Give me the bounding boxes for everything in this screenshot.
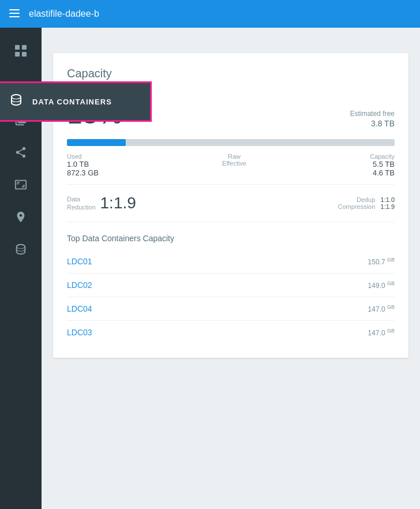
raw-label: Raw: [228, 153, 241, 160]
reduction-row: DataReduction 1:1.9 Dedup 1:1.0 Compress…: [67, 194, 395, 222]
stats-row: Used 1.0 TB 872.3 GB Raw Effective Capac…: [67, 153, 395, 185]
container-size-2: 149.0 GB: [368, 280, 395, 290]
sidebar-item-grid[interactable]: [0, 35, 42, 67]
capacity-tb: 5.5 TB: [370, 160, 395, 169]
compression-value: 1:1.9: [381, 203, 395, 210]
sidebar-item-share[interactable]: [0, 136, 42, 169]
reduction-right: Dedup 1:1.0 Compression 1:1.9: [338, 196, 395, 210]
progress-bar-fill: [67, 139, 126, 146]
sidebar: DATA CONTAINERS: [0, 28, 42, 509]
dedup-row: Dedup 1:1.0: [338, 196, 395, 203]
reduction-label: DataReduction: [67, 195, 96, 212]
sidebar-item-location[interactable]: [0, 201, 42, 233]
svg-rect-2: [9, 16, 20, 17]
used-stats-label: Used: [67, 153, 99, 160]
container-size-4: 147.0 GB: [368, 328, 395, 337]
stats-middle: Raw Effective: [222, 153, 246, 177]
svg-rect-3: [15, 45, 20, 50]
sidebar-item-resize[interactable]: [0, 169, 42, 201]
container-name-3[interactable]: LDC04: [67, 304, 92, 313]
svg-rect-5: [15, 52, 20, 57]
capacity-eff: 4.6 TB: [370, 169, 395, 177]
list-item[interactable]: LDC01 150.7 GB: [67, 250, 395, 274]
sidebar-item-data-containers[interactable]: DATA CONTAINERS: [0, 83, 150, 120]
spacer: [53, 39, 408, 44]
svg-rect-4: [22, 45, 27, 50]
svg-rect-0: [9, 9, 20, 10]
data-containers-label: DATA CONTAINERS: [32, 98, 112, 106]
dedup-value: 1:1.0: [381, 196, 395, 203]
main-layout: DATA CONTAINERS: [0, 28, 420, 509]
container-size-1: 150.7 GB: [368, 257, 395, 266]
stats-capacity: Capacity 5.5 TB 4.6 TB: [370, 153, 395, 177]
used-gb: 872.3 GB: [67, 169, 99, 177]
svg-rect-6: [22, 52, 27, 57]
dedup-label: Dedup: [357, 196, 375, 203]
compression-row: Compression 1:1.9: [338, 203, 395, 210]
menu-icon[interactable]: [9, 8, 20, 20]
effective-label: Effective: [222, 160, 246, 167]
capacity-stats-label: Capacity: [370, 153, 395, 160]
estimated-free-label: Estimated free: [350, 109, 395, 119]
containers-list: LDC01 150.7 GB LDC02 149.0 GB LDC04 147.…: [67, 250, 395, 344]
topbar: elastifile-dadee-b: [0, 0, 420, 28]
progress-bar-container: [67, 139, 395, 146]
estimated-free-value: 3.8 TB: [350, 118, 395, 130]
reduction-value: 1:1.9: [100, 194, 136, 212]
stats-used: Used 1.0 TB 872.3 GB: [67, 153, 99, 177]
used-tb: 1.0 TB: [67, 160, 99, 169]
list-item[interactable]: LDC04 147.0 GB: [67, 297, 395, 321]
compression-label: Compression: [338, 203, 376, 210]
app-title: elastifile-dadee-b: [29, 9, 99, 19]
top-containers-title: Top Data Containers Capacity: [67, 234, 395, 243]
data-containers-icon: [9, 93, 23, 110]
list-item[interactable]: LDC02 149.0 GB: [67, 274, 395, 297]
container-name-2[interactable]: LDC02: [67, 280, 92, 290]
container-name-1[interactable]: LDC01: [67, 257, 92, 266]
capacity-title: Capacity: [67, 67, 395, 80]
list-item[interactable]: LDC03 147.0 GB: [67, 321, 395, 344]
svg-rect-1: [9, 13, 20, 14]
container-size-3: 147.0 GB: [368, 304, 395, 313]
reduction-left: DataReduction 1:1.9: [67, 194, 136, 212]
container-name-4[interactable]: LDC03: [67, 328, 92, 337]
estimated-free: Estimated free 3.8 TB: [350, 109, 395, 130]
sidebar-item-database[interactable]: [0, 233, 42, 265]
